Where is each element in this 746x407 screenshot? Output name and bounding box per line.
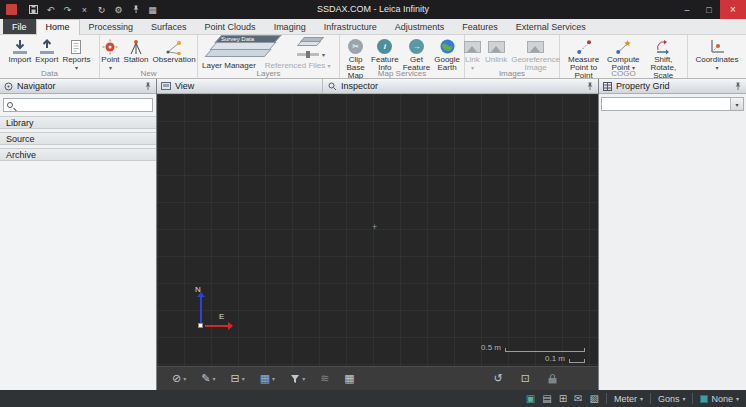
link-image-button[interactable]: Link ▾ bbox=[462, 37, 483, 72]
pin-panel-icon[interactable] bbox=[586, 82, 594, 91]
style-button[interactable]: ✎ ▾ bbox=[198, 373, 218, 384]
tab-surfaces[interactable]: Surfaces bbox=[142, 19, 196, 34]
settings-icon[interactable]: ⚙ bbox=[112, 0, 125, 19]
filter-icon bbox=[290, 374, 300, 384]
reports-label: Reports bbox=[62, 56, 90, 64]
chevron-down-icon[interactable]: ▾ bbox=[730, 98, 743, 110]
layer-manager-button[interactable]: Survey Data bbox=[200, 35, 288, 60]
map-canvas[interactable]: + N E 0.5 m 0.1 m bbox=[157, 94, 598, 366]
waves-toggle-button[interactable]: ≋ bbox=[317, 373, 332, 384]
view-tab[interactable]: View bbox=[175, 81, 194, 91]
tab-file[interactable]: File bbox=[3, 19, 36, 34]
angle-unit-dropdown[interactable]: Gons ▾ bbox=[658, 394, 686, 404]
transparency-slider[interactable] bbox=[297, 53, 319, 56]
group-caption-map-services: Map Services bbox=[340, 69, 464, 78]
view-header: View Inspector bbox=[157, 79, 598, 94]
grid-toggle-button[interactable]: ▦ bbox=[341, 373, 357, 384]
grid-style-button[interactable]: ▦ ▾ bbox=[257, 373, 278, 384]
referenced-files-control[interactable]: ▾ bbox=[292, 35, 330, 58]
station-button[interactable]: Station bbox=[122, 37, 151, 65]
lock-view-button[interactable] bbox=[545, 373, 560, 384]
coordinate-system-dropdown[interactable]: None ▾ bbox=[700, 394, 739, 404]
pin-icon-glyph bbox=[132, 5, 140, 14]
navigator-search-input[interactable] bbox=[3, 98, 153, 112]
ribbon-group-layers: Survey Data ▾ Layer Manager Referenced F… bbox=[198, 35, 340, 78]
tab-point-clouds[interactable]: Point Clouds bbox=[196, 19, 265, 34]
compute-point-icon bbox=[615, 38, 631, 55]
status-list-icon[interactable]: ▤ bbox=[542, 394, 551, 404]
scale-major-bar bbox=[505, 348, 585, 352]
pin-panel-icon[interactable] bbox=[144, 82, 152, 91]
import-label: Import bbox=[9, 56, 32, 64]
save-icon[interactable] bbox=[27, 0, 40, 19]
status-screen-icon[interactable]: ▣ bbox=[526, 394, 535, 404]
sync-icon[interactable]: ↻ bbox=[95, 0, 108, 19]
pencil-icon: ✎ bbox=[201, 373, 210, 384]
google-earth-button[interactable]: Google Earth bbox=[432, 37, 462, 73]
filter-button[interactable]: ▾ bbox=[287, 374, 308, 384]
georeference-image-button[interactable]: Georeference Image bbox=[509, 37, 562, 73]
tab-processing[interactable]: Processing bbox=[80, 19, 143, 34]
group-caption-images: Images bbox=[465, 69, 559, 78]
ribbon-group-images: Link ▾ Unlink Georeference Image Images bbox=[465, 35, 560, 78]
tab-imaging[interactable]: Imaging bbox=[265, 19, 315, 34]
inspector-tab[interactable]: Inspector bbox=[322, 79, 378, 93]
status-mail-icon[interactable]: ✉ bbox=[574, 394, 582, 404]
chevron-down-icon: ▾ bbox=[183, 376, 186, 382]
unlink-image-button[interactable]: Unlink bbox=[483, 37, 509, 65]
tab-external-services[interactable]: External Services bbox=[507, 19, 595, 34]
layer-shape bbox=[204, 49, 271, 57]
undo-icon[interactable]: ↶ bbox=[44, 0, 57, 19]
ribbon-group-cogo: Measure Point to Point Compute Point ▾ S… bbox=[560, 35, 688, 78]
app-logo-icon bbox=[6, 4, 17, 15]
background-map-toggle-button[interactable]: ⊘ ▾ bbox=[169, 373, 189, 384]
navigator-item-archive[interactable]: Archive bbox=[0, 148, 156, 161]
ribbon-group-map-services: ✂ Clip Base Map i Feature Info → Get Fea… bbox=[340, 35, 465, 78]
chevron-down-icon: ▾ bbox=[302, 376, 305, 382]
navigator-header: Navigator bbox=[0, 79, 156, 94]
observation-button[interactable]: Observation bbox=[151, 37, 198, 65]
minimize-button[interactable]: – bbox=[676, 0, 698, 19]
zoom-fit-button[interactable]: ⊡ bbox=[518, 373, 533, 384]
status-grid-icon[interactable]: ⊞ bbox=[559, 394, 567, 404]
tab-infrastructure[interactable]: Infrastructure bbox=[315, 19, 386, 34]
chevron-down-icon[interactable]: ▾ bbox=[322, 52, 325, 58]
layers-display-button[interactable]: ⊟ ▾ bbox=[227, 373, 247, 384]
layout-icon[interactable]: ▦ bbox=[146, 0, 159, 19]
redo-icon[interactable]: ↷ bbox=[61, 0, 74, 19]
tab-features[interactable]: Features bbox=[453, 19, 507, 34]
compute-point-button[interactable]: Compute Point ▾ bbox=[605, 37, 641, 73]
export-button[interactable]: Export bbox=[33, 37, 60, 65]
coordinate-system-icon bbox=[700, 395, 708, 403]
point-button[interactable]: Point ▾ bbox=[99, 37, 121, 72]
feature-info-button[interactable]: i Feature Info bbox=[369, 37, 401, 73]
feature-info-icon: i bbox=[377, 38, 392, 55]
coordinates-button[interactable]: Coordinates ▾ bbox=[693, 37, 740, 72]
delete-icon[interactable]: × bbox=[78, 0, 91, 19]
distance-unit-dropdown[interactable]: Meter ▾ bbox=[614, 394, 643, 404]
station-icon bbox=[128, 38, 144, 55]
pin-icon[interactable] bbox=[129, 0, 142, 19]
import-button[interactable]: Import bbox=[7, 37, 34, 65]
tab-adjustments[interactable]: Adjustments bbox=[386, 19, 454, 34]
point-icon bbox=[102, 38, 118, 55]
status-cube-icon[interactable]: ▧ bbox=[589, 394, 598, 404]
navigator-item-library[interactable]: Library bbox=[0, 116, 156, 129]
reset-view-button[interactable]: ↺ bbox=[491, 373, 506, 384]
property-object-selector[interactable]: ▾ bbox=[601, 97, 744, 111]
google-earth-icon bbox=[440, 38, 455, 55]
get-feature-button[interactable]: → Get Feature bbox=[401, 37, 433, 73]
link-label: Link bbox=[465, 56, 480, 64]
maximize-button[interactable]: □ bbox=[698, 0, 720, 19]
reports-button[interactable]: Reports ▾ bbox=[60, 37, 92, 72]
navigator-item-source[interactable]: Source bbox=[0, 132, 156, 145]
close-button[interactable]: × bbox=[720, 0, 746, 19]
view-panel: View Inspector + N E bbox=[157, 79, 598, 390]
zoom-fit-icon: ⊡ bbox=[521, 373, 530, 384]
observation-icon bbox=[165, 38, 183, 55]
pin-panel-icon[interactable] bbox=[734, 82, 742, 91]
survey-data-layer-label: Survey Data bbox=[221, 36, 254, 43]
axis-indicator: N E bbox=[193, 286, 239, 332]
tab-home[interactable]: Home bbox=[36, 19, 80, 35]
link-image-icon bbox=[464, 38, 481, 55]
